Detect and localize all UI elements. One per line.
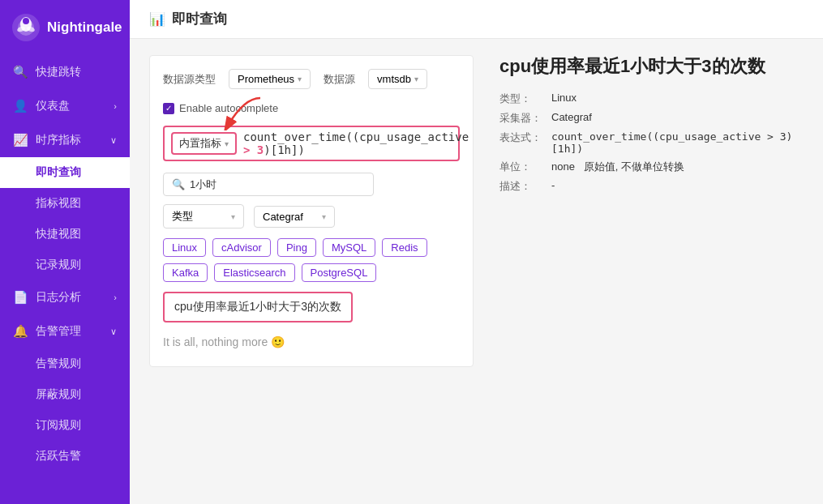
page-title: 即时查询 [172,10,227,28]
chevron-down-icon: ∨ [110,135,117,146]
sidebar-item-active-alerts[interactable]: 活跃告警 [0,441,130,472]
detail-table: 类型： Linux 采集器： Categraf 表达式： count_over_… [499,92,804,194]
autocomplete-checkbox[interactable]: ✓ [163,103,174,114]
detail-label-type: 类型： [499,92,542,106]
builtin-tag-label: 内置指标 [179,136,221,151]
type-filter-chevron-icon: ▾ [231,212,235,221]
quick-jump-icon: 🔍 [13,65,28,79]
detail-value-description: - [551,179,804,194]
tags-row: Linux cAdvisor Ping MySQL Redis Kafka El… [163,238,460,282]
left-column: 数据源类型 Prometheus ▾ 数据源 vmtsdb ▾ ✓ Enabl [149,55,474,367]
chevron-right-icon: › [114,101,117,111]
datasource-select[interactable]: vmtsdb ▾ [368,69,427,89]
sidebar-logo-text: Nightingale [47,19,122,36]
sidebar-item-metrics-view[interactable]: 指标视图 [0,188,130,219]
right-column: cpu使用率最近1小时大于3的次数 类型： Linux 采集器： Categra… [474,55,804,367]
sidebar-item-alert-mgmt[interactable]: 🔔 告警管理 ∨ [0,314,130,348]
categraf-filter-chevron-icon: ▾ [322,212,326,221]
sidebar-item-label-metrics-view: 指标视图 [36,196,81,211]
builtin-tag-chevron-icon: ▾ [225,139,229,148]
search-input-wrapper: 🔍 [163,173,374,196]
datasource-type-chevron-icon: ▾ [298,75,302,83]
sidebar-item-label-alert-mgmt: 告警管理 [36,324,81,339]
tag-elasticsearch[interactable]: Elasticsearch [214,263,294,282]
sidebar-item-quick-jump[interactable]: 🔍 快捷跳转 [0,55,130,89]
sidebar-item-dashboard[interactable]: 👤 仪表盘 › [0,89,130,123]
datasource-type-value: Prometheus [238,73,294,85]
tag-kafka[interactable]: Kafka [163,263,208,282]
sidebar-item-label-instant-query: 即时查询 [36,165,81,180]
timeseries-icon: 📈 [13,133,28,147]
sidebar-logo: Nightingale [0,0,130,55]
sidebar-item-label-quick-jump: 快捷跳转 [36,65,81,79]
datasource-chevron-icon: ▾ [414,75,418,83]
sidebar-nav: 🔍 快捷跳转 👤 仪表盘 › 📈 时序指标 ∨ 即时查询 指标视图 快捷视图 记… [0,55,130,504]
sidebar-item-label-shield-rules: 屏蔽规则 [36,387,81,402]
sidebar-item-shield-rules[interactable]: 屏蔽规则 [0,379,130,410]
datasource-type-select[interactable]: Prometheus ▾ [229,69,311,89]
sidebar-item-timeseries[interactable]: 📈 时序指标 ∨ [0,123,130,157]
query-expression: count_over_time((cpu_usage_active > 3)[1… [243,130,469,156]
sidebar-item-subscribe-rules[interactable]: 订阅规则 [0,410,130,441]
datasource-value: vmtsdb [377,73,411,85]
sidebar-item-label-subscribe-rules: 订阅规则 [36,418,81,433]
result-item[interactable]: cpu使用率最近1小时大于3的次数 [163,292,353,322]
tag-cadvisor[interactable]: cAdvisor [212,238,271,257]
type-filter-label: 类型 [172,209,193,224]
sidebar-item-record-rules[interactable]: 记录规则 [0,250,130,280]
categraf-filter-label: Categraf [263,211,303,223]
sidebar-item-label-log-analysis: 日志分析 [36,290,81,305]
datasource-label: 数据源 [324,72,355,87]
sidebar-item-label-active-alerts: 活跃告警 [36,449,81,463]
red-arrow-annotation [212,95,276,130]
tag-mysql[interactable]: MySQL [323,238,375,257]
filter-row: 类型 ▾ Categraf ▾ [163,204,460,229]
main-area: 📊 即时查询 数据源类型 Prometheus ▾ 数据源 [130,0,823,504]
detail-label-expression: 表达式： [499,130,542,155]
log-analysis-icon: 📄 [13,290,28,305]
page-header-icon: 📊 [149,11,165,27]
sidebar-item-log-analysis[interactable]: 📄 日志分析 › [0,280,130,314]
nightingale-logo-icon [11,13,41,42]
chevron-down-icon-alert: ∨ [110,327,117,337]
dashboard-icon: 👤 [13,99,28,113]
chevron-right-icon-log: › [114,293,117,302]
type-filter-select[interactable]: 类型 ▾ [163,204,244,229]
search-row: 🔍 [163,173,460,196]
detail-label-description: 描述： [499,179,542,194]
svg-point-3 [23,18,29,24]
content-area: 数据源类型 Prometheus ▾ 数据源 vmtsdb ▾ ✓ Enabl [130,39,823,504]
detail-label-collector: 采集器： [499,111,542,126]
detail-label-unit: 单位： [499,160,542,174]
query-input-wrapper: 内置指标 ▾ count_over_time((cpu_usage_active… [163,126,460,161]
query-input-row: 内置指标 ▾ count_over_time((cpu_usage_active… [163,126,460,161]
sidebar: Nightingale 🔍 快捷跳转 👤 仪表盘 › 📈 时序指标 ∨ 即时查询… [0,0,130,504]
sidebar-item-instant-query[interactable]: 即时查询 [0,157,130,188]
detail-value-collector: Categraf [551,111,804,126]
sidebar-item-label-alert-rules: 告警规则 [36,357,81,371]
tag-linux[interactable]: Linux [163,238,206,257]
tag-ping[interactable]: Ping [277,238,316,257]
detail-title: cpu使用率最近1小时大于3的次数 [499,55,804,79]
sidebar-item-label-timeseries: 时序指标 [36,133,81,147]
sidebar-item-label-dashboard: 仪表盘 [36,99,70,113]
search-icon: 🔍 [172,178,185,190]
tag-postgresql[interactable]: PostgreSQL [302,263,377,282]
detail-value-type: Linux [551,92,804,106]
sidebar-item-alert-rules[interactable]: 告警规则 [0,348,130,379]
detail-value-unit: none 原始值, 不做单位转换 [551,160,804,174]
categraf-filter-select[interactable]: Categraf ▾ [254,206,335,228]
highlight-operator: > 3 [243,143,264,156]
builtin-tag[interactable]: 内置指标 ▾ [171,132,237,155]
sidebar-item-label-record-rules: 记录规则 [36,258,81,272]
tag-redis[interactable]: Redis [382,238,427,257]
detail-value-expression: count_over_time((cpu_usage_active > 3)[1… [551,130,804,155]
nothing-more-text: It is all, nothing more 🙂 [163,331,460,353]
alert-mgmt-icon: 🔔 [13,324,28,339]
toolbar-row: 数据源类型 Prometheus ▾ 数据源 vmtsdb ▾ ✓ Enabl [163,69,460,114]
query-panel: 数据源类型 Prometheus ▾ 数据源 vmtsdb ▾ ✓ Enabl [149,55,474,367]
search-input[interactable] [190,178,365,190]
main-layout: 数据源类型 Prometheus ▾ 数据源 vmtsdb ▾ ✓ Enabl [149,55,804,367]
sidebar-item-quick-view[interactable]: 快捷视图 [0,219,130,250]
page-header: 📊 即时查询 [130,0,823,39]
